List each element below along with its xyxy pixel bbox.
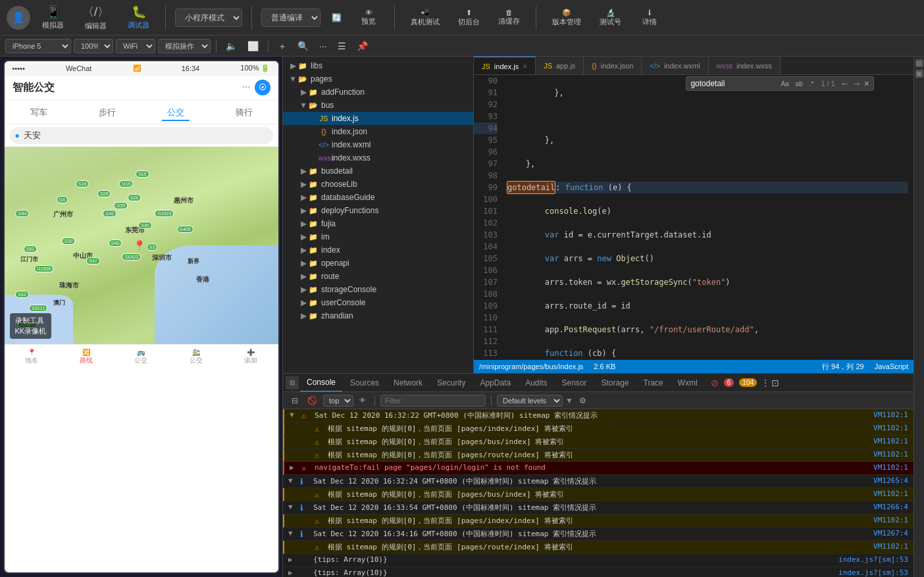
bottom-nav-station[interactable]: 🚉 公交 — [190, 349, 203, 365]
tree-pages[interactable]: ▼ 📂 pages — [283, 72, 473, 86]
tree-openapi[interactable]: ▶ 📁 openapi — [283, 257, 473, 270]
bottom-nav-route[interactable]: 🔀 路线 — [80, 349, 93, 365]
operation-select[interactable]: 模拟操作 — [158, 39, 211, 53]
panel-btn-2[interactable]: ⊞ — [915, 70, 923, 78]
tab-appdata[interactable]: AppData — [473, 374, 517, 392]
tree-bus-index-js[interactable]: JS index.js — [283, 112, 473, 125]
tree-deployfunctions[interactable]: ▶ 📁 deployFunctions — [283, 204, 473, 217]
user-avatar[interactable]: 👤 — [7, 6, 30, 30]
link-1[interactable]: VM1102:1 — [873, 437, 908, 445]
console-toggle-btn[interactable]: ⊟ — [286, 376, 299, 389]
console-eye-btn[interactable]: 👁 — [356, 395, 369, 405]
tree-bus-index-wxss[interactable]: wxss index.wxss — [283, 151, 473, 164]
editor-btn[interactable]: 〈/〉 编辑器 — [76, 1, 116, 34]
search-close-btn[interactable]: × — [864, 78, 869, 89]
expand-icon-obj2[interactable]: ▶ — [288, 568, 296, 577]
link-3b[interactable]: VM1102:1 — [873, 489, 908, 498]
mode-select[interactable]: 小程序模式 — [175, 9, 242, 27]
tree-bus-index-wxml[interactable]: </> index.wxml — [283, 138, 473, 151]
search-next-btn[interactable]: → — [852, 78, 861, 89]
tree-chooselib[interactable]: ▶ 📁 chooseLib — [283, 178, 473, 191]
more-btn[interactable]: ··· — [315, 39, 331, 53]
preview-btn[interactable]: 👁 预览 — [352, 6, 385, 29]
link-4[interactable]: VM1266:4 — [873, 503, 908, 511]
link-error[interactable]: VM1102:1 — [873, 463, 908, 472]
tab-security[interactable]: Security — [430, 374, 472, 392]
console-pop-btn[interactable]: ⊡ — [771, 378, 779, 388]
tab-trace[interactable]: Trace — [637, 374, 670, 392]
console-level-select[interactable]: Default levels — [497, 395, 563, 407]
screen-btn[interactable]: ⬜ — [244, 39, 263, 53]
clear-btn[interactable]: 🗑 清缓存 — [492, 6, 526, 29]
link-5[interactable]: VM1267:4 — [873, 529, 908, 538]
link-obj1[interactable]: index.js?[sm]:53 — [838, 555, 908, 564]
refresh-btn[interactable]: 🔄 — [326, 7, 347, 28]
backend-btn[interactable]: ⬆ 切后台 — [451, 6, 486, 30]
tree-zhandian[interactable]: ▶ 📁 zhandian — [283, 309, 473, 322]
expand-icon-3[interactable]: ▼ — [288, 476, 296, 485]
phone-search[interactable]: ● 天安 — [10, 127, 273, 144]
expand-icon-0[interactable]: ▼ — [290, 411, 297, 419]
nav-bike[interactable]: 骑行 — [230, 105, 258, 121]
tab-index-json[interactable]: {} index.json — [584, 57, 642, 75]
tree-databaseguide[interactable]: ▶ 📁 databaseGuide — [283, 191, 473, 204]
link-0b[interactable]: VM1102:1 — [873, 424, 908, 432]
search-prev-btn[interactable]: ← — [840, 78, 850, 89]
add-btn[interactable]: ＋ — [274, 39, 291, 53]
iphone-select[interactable]: iPhone 5 — [5, 39, 71, 53]
tree-storageconsole[interactable]: ▶ 📁 storageConsole — [283, 283, 473, 296]
console-block-btn[interactable]: ⊟ — [288, 395, 301, 407]
tree-userconsole[interactable]: ▶ 📁 userConsole — [283, 296, 473, 309]
volume-btn[interactable]: 🔈 — [222, 39, 241, 53]
console-settings-btn[interactable]: ⚙ — [576, 395, 590, 407]
debugger-btn[interactable]: 🐛 调试器 — [121, 2, 156, 33]
tree-libs[interactable]: ▶ 📁 libs — [283, 59, 473, 72]
tree-addfunction[interactable]: ▶ 📁 addFunction — [283, 86, 473, 99]
link-3[interactable]: VM1265:4 — [873, 476, 908, 485]
tab-index-wxml[interactable]: </> index.wxml — [642, 57, 708, 75]
tab-wxml[interactable]: Wxml — [671, 374, 704, 392]
tree-bus-index-json[interactable]: {} index.json — [283, 125, 473, 138]
test-btn[interactable]: 🔬 测试号 — [593, 6, 628, 30]
tab-console[interactable]: Console — [300, 374, 342, 392]
nav-drive[interactable]: 写车 — [25, 105, 53, 121]
tab-index-wxss[interactable]: wxss index.wxss — [709, 57, 781, 75]
search-regex-btn[interactable]: .* — [808, 80, 816, 88]
camera-btn[interactable]: ⦿ — [255, 80, 270, 95]
nav-bus[interactable]: 公交 — [162, 105, 190, 121]
console-context-select[interactable]: top — [323, 395, 353, 407]
tree-im[interactable]: ▶ 📁 im — [283, 230, 473, 243]
tab-sources[interactable]: Sources — [344, 374, 386, 392]
compile-select[interactable]: 普通编译 — [261, 9, 321, 27]
simulator-btn[interactable]: 📱 模拟器 — [36, 2, 70, 33]
list-btn[interactable]: ☰ — [334, 39, 350, 53]
tab-sensor[interactable]: Sensor — [555, 374, 594, 392]
network-select[interactable]: WiFi — [116, 39, 155, 53]
search-btn-t2[interactable]: 🔍 — [294, 39, 313, 53]
nav-walk[interactable]: 步行 — [93, 105, 121, 121]
editor-search-input[interactable] — [690, 79, 776, 88]
tree-busdetail[interactable]: ▶ 📁 busdetail — [283, 164, 473, 178]
tab-index-js[interactable]: JS index.js × — [474, 57, 536, 75]
tree-fujia[interactable]: ▶ 📁 fujia — [283, 217, 473, 230]
link-0[interactable]: VM1102:1 — [873, 411, 908, 419]
expand-icon-5[interactable]: ▼ — [288, 529, 296, 538]
detail-btn[interactable]: ℹ 详情 — [633, 6, 666, 30]
menu-dots[interactable]: ••• — [242, 83, 251, 92]
pin-btn[interactable]: 📌 — [353, 39, 372, 53]
tab-app-js[interactable]: JS app.js — [536, 57, 584, 75]
link-5b[interactable]: VM1102:1 — [873, 542, 908, 551]
bottom-nav-bus[interactable]: 🚌 公交 — [134, 349, 147, 365]
version-btn[interactable]: 📦 版本管理 — [546, 6, 588, 30]
bottom-nav-add[interactable]: ➕ 添加 — [244, 349, 257, 365]
console-clear-btn[interactable]: 🚫 — [304, 395, 321, 407]
search-match-case-btn[interactable]: Aa — [779, 80, 790, 88]
tree-bus[interactable]: ▼ 📂 bus — [283, 99, 473, 112]
tab-audits[interactable]: Audits — [519, 374, 553, 392]
bottom-nav-map[interactable]: 📍 地名 — [25, 349, 38, 365]
tab-storage[interactable]: Storage — [595, 374, 636, 392]
console-filter-input[interactable] — [380, 395, 486, 407]
link-obj2[interactable]: index.js?[sm]:53 — [838, 568, 908, 577]
panel-btn-1[interactable]: ⊡ — [915, 59, 923, 67]
link-2[interactable]: VM1102:1 — [873, 450, 908, 459]
